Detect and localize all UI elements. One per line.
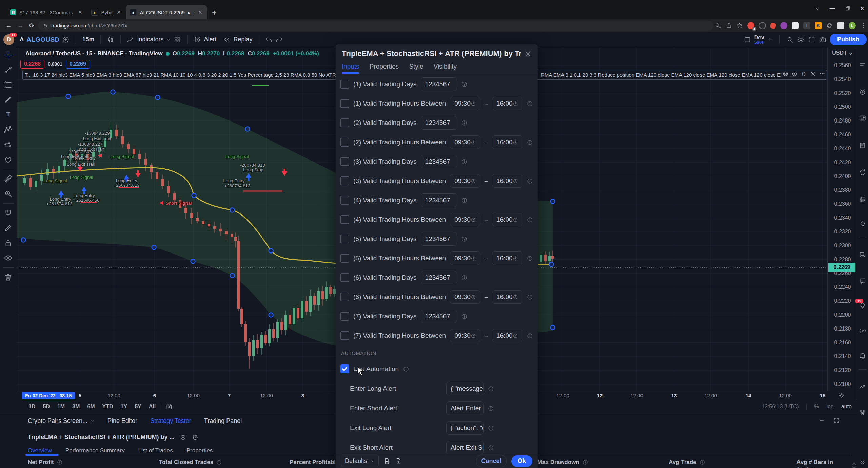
magnet-icon[interactable] [4,209,13,218]
replay-button[interactable]: Replay [233,36,252,43]
screenshot-camera-icon[interactable] [819,36,826,43]
undo-icon[interactable] [265,36,273,43]
info-icon[interactable] [216,459,222,465]
indicator-more-icon[interactable] [819,71,825,77]
zoom-in-icon[interactable] [4,189,13,198]
remove-all-icon[interactable] [4,273,13,282]
ask-price[interactable]: 0.2269 [66,60,90,69]
info-icon[interactable] [527,139,533,146]
ruler-icon[interactable] [4,174,13,183]
chevron-down-icon[interactable] [166,37,171,42]
info-icon[interactable] [57,459,63,465]
use-automation-checkbox[interactable] [340,364,349,373]
dialog-close-icon[interactable] [524,50,532,57]
range-button-all[interactable]: All [146,402,159,411]
browser-tab[interactable]: ʙBybit✕ [87,5,126,19]
indicator-settings-icon[interactable] [791,71,798,77]
hotlists-icon[interactable] [859,169,866,176]
info-icon[interactable] [527,255,533,262]
watchlist-icon[interactable] [859,60,866,68]
info-icon[interactable] [461,313,468,320]
drawing-lock-icon[interactable] [4,224,13,232]
scale-settings-gear-icon[interactable] [838,392,844,398]
info-icon[interactable] [461,158,468,165]
replay-icon[interactable] [223,36,231,43]
ok-button[interactable]: Ok [511,455,532,467]
info-icon[interactable] [461,120,468,126]
days-input[interactable]: 1234567 [421,155,457,168]
extension-icon[interactable] [780,22,787,29]
defaults-dropdown[interactable]: Defaults [341,455,379,467]
bid-price[interactable]: 0.2268 [20,60,44,69]
time-from-input[interactable]: 09:30 [450,135,480,149]
info-icon[interactable] [403,366,409,372]
xabcd-pattern-icon[interactable] [4,125,13,134]
publish-button[interactable]: Publish [830,34,867,45]
time-to-input[interactable]: 16:00 [492,174,522,188]
back-icon[interactable]: ← [5,22,12,30]
row-checkbox[interactable] [340,273,349,282]
row-checkbox[interactable] [340,118,349,127]
news-icon[interactable] [859,114,866,122]
row-checkbox[interactable] [340,157,349,166]
fib-retracement-icon[interactable] [4,80,13,89]
layout-icon[interactable] [744,36,751,43]
strategy-refresh-icon[interactable] [192,434,199,441]
extension-icon[interactable]: K [815,22,822,29]
info-icon[interactable] [488,405,494,412]
live-icon[interactable] [859,327,866,334]
time-from-input[interactable]: 09:30 [450,329,480,342]
forward-icon[interactable]: → [17,22,24,30]
days-input[interactable]: 1234567 [421,271,457,284]
row-checkbox[interactable] [340,331,349,340]
info-icon[interactable] [699,459,705,465]
strategy-source-icon[interactable] [180,434,186,441]
percent-scale-toggle[interactable]: % [814,404,819,410]
alert-message-input[interactable]: { "message_t [446,382,484,395]
report-tab[interactable]: Properties [186,447,213,454]
extension-icon[interactable] [770,22,776,29]
report-tab[interactable]: Performance Summary [65,447,125,454]
fullscreen-icon[interactable] [808,36,815,43]
notifications-icon[interactable] [859,352,866,359]
object-tree-icon[interactable] [859,409,866,416]
time-from-input[interactable]: 09:30 [450,97,480,110]
range-button-1y[interactable]: 1Y [118,402,131,411]
row-checkbox[interactable] [340,235,349,243]
row-checkbox[interactable] [340,215,349,224]
alert-message-input[interactable]: Alert Exit Sho [446,441,484,454]
cancel-button[interactable]: Cancel [476,455,507,467]
profile-avatar[interactable]: L [849,22,856,29]
browser-tab[interactable]: ☷$17 163.82 - 3Commas - Crypto✕ [6,5,87,19]
log-scale-toggle[interactable]: log [827,404,834,410]
crosshair-icon[interactable] [4,51,13,59]
time-from-input[interactable]: 09:30 [450,213,480,226]
tab-search-icon[interactable] [815,6,820,11]
time-to-input[interactable]: 16:00 [492,251,522,265]
chats-icon[interactable] [859,251,866,259]
zigzag-icon[interactable] [859,383,866,391]
chevron-down-icon[interactable] [768,37,772,42]
time-from-input[interactable]: 09:30 [450,174,480,188]
info-icon[interactable] [488,386,494,392]
share-icon[interactable] [726,22,732,29]
time-to-input[interactable]: 16:00 [492,135,522,149]
indicators-button[interactable]: Indicators [137,36,163,43]
clock-utc[interactable]: 12:56:13 (UTC) [762,404,799,410]
search-icon[interactable] [786,36,794,43]
extension-icon[interactable] [792,22,799,29]
ideas-icon[interactable] [859,221,866,228]
dialog-tab-properties[interactable]: Properties [370,63,399,74]
window-close-button[interactable]: ✕ [860,5,865,12]
reload-icon[interactable]: ⟳ [29,22,35,30]
info-icon[interactable] [461,275,468,281]
auto-scale-toggle[interactable]: auto [841,404,852,410]
price-scale-currency[interactable]: USDT ⌄ [828,50,857,56]
text-icon[interactable]: T [4,110,13,119]
info-icon[interactable] [461,81,468,88]
new-tab-button[interactable]: + [212,8,217,19]
tab-close-icon[interactable]: ✕ [116,9,121,15]
days-input[interactable]: 1234567 [421,310,457,323]
extension-icon[interactable]: T [803,22,810,29]
report-tab[interactable]: List of Trades [138,447,173,454]
